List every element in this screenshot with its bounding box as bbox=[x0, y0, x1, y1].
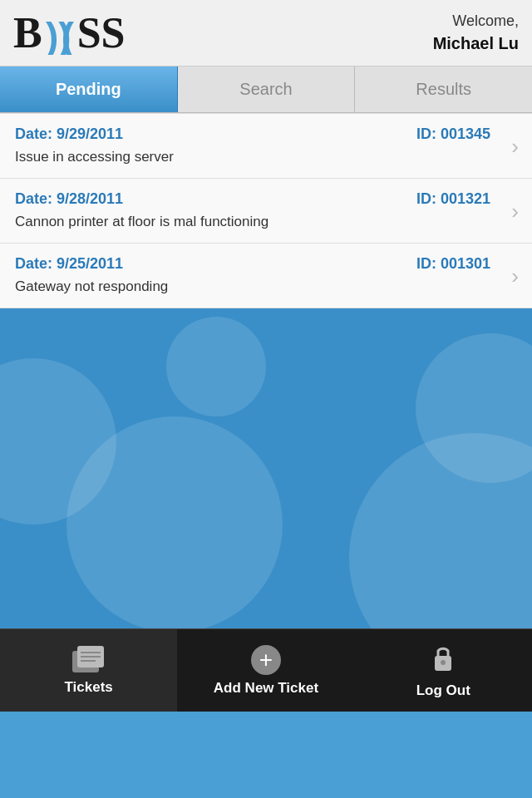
ticket-description: Cannon printer at floor is mal functioni… bbox=[15, 213, 490, 231]
app-header: B )) ) SS Welcome, Michael Lu bbox=[0, 0, 532, 66]
tab-pending[interactable]: Pending bbox=[0, 66, 178, 112]
bottom-navigation: Tickets + Add New Ticket Log Out bbox=[0, 628, 532, 712]
ticket-item[interactable]: Date: 9/25/2011 ID: 001301 Gateway not r… bbox=[0, 244, 532, 308]
ticket-description: Issue in accessing server bbox=[15, 148, 490, 166]
tab-bar: Pending Search Results bbox=[0, 66, 532, 113]
bubble bbox=[166, 317, 266, 416]
welcome-message: Welcome, Michael Lu bbox=[433, 11, 519, 55]
ticket-header: Date: 9/25/2011 ID: 001301 bbox=[15, 255, 490, 273]
ticket-item[interactable]: Date: 9/29/2011 ID: 001345 Issue in acce… bbox=[0, 113, 532, 179]
tickets-svg-icon bbox=[72, 646, 106, 674]
nav-logout[interactable]: Log Out bbox=[355, 629, 532, 712]
ticket-id: ID: 001321 bbox=[416, 190, 490, 208]
tickets-icon bbox=[72, 646, 106, 674]
ticket-date: Date: 9/25/2011 bbox=[15, 255, 123, 273]
bubble bbox=[66, 416, 283, 628]
add-icon: + bbox=[251, 645, 281, 675]
app-logo: B )) ) SS bbox=[13, 12, 126, 55]
decorative-background bbox=[0, 308, 532, 628]
lock-svg-icon bbox=[429, 643, 457, 674]
ticket-id: ID: 001345 bbox=[416, 126, 490, 143]
nav-logout-label: Log Out bbox=[416, 682, 470, 699]
chevron-right-icon: › bbox=[511, 263, 519, 288]
svg-point-8 bbox=[441, 660, 446, 665]
logo-wifi-icon: )) ) bbox=[44, 12, 76, 55]
nav-tickets[interactable]: Tickets bbox=[0, 629, 177, 712]
ticket-header: Date: 9/28/2011 ID: 001321 bbox=[15, 190, 490, 208]
lock-icon bbox=[429, 643, 457, 677]
logo-ss: SS bbox=[77, 12, 126, 55]
username: Michael Lu bbox=[433, 32, 519, 55]
bubble bbox=[349, 433, 532, 628]
tab-results[interactable]: Results bbox=[355, 66, 532, 112]
welcome-label: Welcome, bbox=[452, 12, 519, 29]
ticket-date: Date: 9/28/2011 bbox=[15, 190, 123, 208]
logo-b: B bbox=[13, 12, 42, 55]
chevron-right-icon: › bbox=[511, 133, 519, 159]
ticket-header: Date: 9/29/2011 ID: 001345 bbox=[15, 126, 490, 143]
tab-search[interactable]: Search bbox=[178, 66, 356, 112]
nav-add-ticket[interactable]: + Add New Ticket bbox=[177, 629, 354, 712]
ticket-description: Gateway not responding bbox=[15, 278, 490, 296]
ticket-date: Date: 9/29/2011 bbox=[15, 126, 123, 143]
nav-tickets-label: Tickets bbox=[65, 679, 113, 696]
chevron-right-icon: › bbox=[511, 198, 519, 224]
ticket-list: Date: 9/29/2011 ID: 001345 Issue in acce… bbox=[0, 113, 532, 308]
ticket-id: ID: 001301 bbox=[416, 255, 490, 273]
ticket-item[interactable]: Date: 9/28/2011 ID: 001321 Cannon printe… bbox=[0, 179, 532, 244]
svg-text:): ) bbox=[61, 15, 73, 55]
nav-add-ticket-label: Add New Ticket bbox=[214, 680, 318, 697]
